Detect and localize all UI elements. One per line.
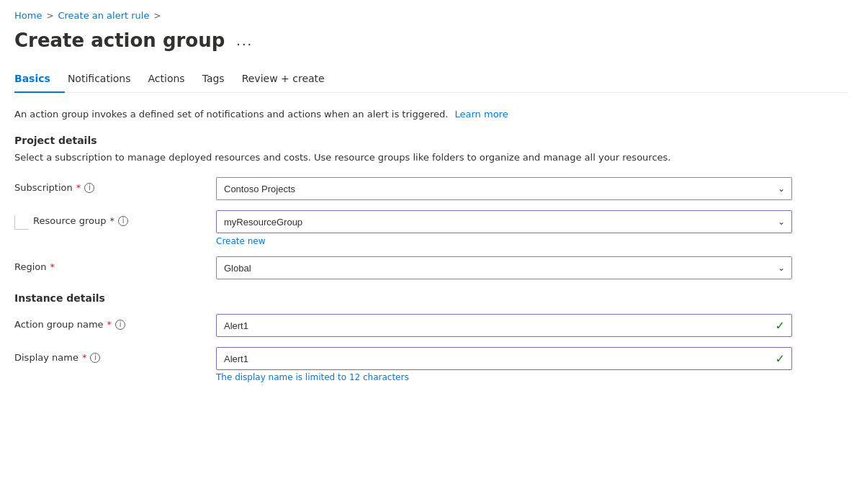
tab-basics[interactable]: Basics <box>14 66 65 93</box>
display-name-input[interactable] <box>216 347 792 370</box>
agn-check-icon: ✓ <box>776 319 785 333</box>
subscription-control: Contoso Projects ⌄ <box>216 177 792 200</box>
display-name-hint: The display name is limited to 12 charac… <box>216 372 792 382</box>
action-group-name-input-wrap: ✓ <box>216 314 792 337</box>
agn-info-icon[interactable]: i <box>115 320 125 330</box>
display-name-input-wrap: ✓ <box>216 347 792 370</box>
page-title-row: Create action group ... <box>14 27 848 66</box>
display-name-label: Display name * i <box>14 347 216 363</box>
resource-group-select[interactable]: myResourceGroup <box>216 210 792 233</box>
action-group-name-control: ✓ <box>216 314 792 337</box>
rg-info-icon[interactable]: i <box>118 216 128 226</box>
project-details-title: Project details <box>14 135 848 146</box>
breadcrumb-sep-1: > <box>46 11 53 21</box>
page-description: An action group invokes a defined set of… <box>14 107 848 122</box>
dn-check-icon: ✓ <box>776 352 785 366</box>
breadcrumb-home[interactable]: Home <box>14 10 42 21</box>
display-name-control: ✓ The display name is limited to 12 char… <box>216 347 792 382</box>
ellipsis-button[interactable]: ... <box>232 31 257 50</box>
project-details-section: Project details Select a subscription to… <box>14 135 848 280</box>
tab-actions[interactable]: Actions <box>145 66 199 93</box>
display-name-group: Display name * i ✓ The display name is l… <box>14 347 848 382</box>
rg-indent-line <box>14 215 29 230</box>
tab-tags[interactable]: Tags <box>199 66 239 93</box>
subscription-select-wrapper: Contoso Projects ⌄ <box>216 177 792 200</box>
breadcrumb: Home > Create an alert rule > <box>14 0 848 27</box>
region-required: * <box>50 261 55 272</box>
region-select-wrapper: Global ⌄ <box>216 256 792 279</box>
resource-group-control: myResourceGroup ⌄ Create new <box>216 210 792 246</box>
subscription-required: * <box>76 182 81 193</box>
action-group-name-input[interactable] <box>216 314 792 337</box>
agn-required: * <box>107 319 112 330</box>
subscription-group: Subscription * i Contoso Projects ⌄ <box>14 177 848 200</box>
subscription-info-icon[interactable]: i <box>84 183 94 193</box>
region-group: Region * Global ⌄ <box>14 256 848 279</box>
subscription-select[interactable]: Contoso Projects <box>216 177 792 200</box>
rg-required: * <box>110 215 115 226</box>
instance-details-title: Instance details <box>14 292 848 304</box>
project-details-desc: Select a subscription to manage deployed… <box>14 150 848 165</box>
page-title: Create action group <box>14 30 225 51</box>
tabs-nav: Basics Notifications Actions Tags Review… <box>14 66 848 93</box>
region-select[interactable]: Global <box>216 256 792 279</box>
resource-group-group: Resource group * i myResourceGroup ⌄ Cre… <box>14 210 848 246</box>
action-group-name-label: Action group name * i <box>14 314 216 330</box>
region-control: Global ⌄ <box>216 256 792 279</box>
region-label: Region * <box>14 256 216 272</box>
learn-more-link[interactable]: Learn more <box>455 109 508 120</box>
action-group-name-group: Action group name * i ✓ <box>14 314 848 337</box>
dn-info-icon[interactable]: i <box>90 353 100 363</box>
resource-group-label: Resource group * i <box>29 215 128 226</box>
instance-details-section: Instance details Action group name * i ✓… <box>14 292 848 382</box>
subscription-label: Subscription * i <box>14 177 216 193</box>
create-new-link[interactable]: Create new <box>216 236 266 246</box>
breadcrumb-alert-rule[interactable]: Create an alert rule <box>58 10 149 21</box>
breadcrumb-sep-2: > <box>153 11 161 21</box>
tab-review-create[interactable]: Review + create <box>239 66 339 93</box>
tab-notifications[interactable]: Notifications <box>65 66 145 93</box>
dn-required: * <box>82 352 87 363</box>
resource-group-label-wrap: Resource group * i <box>14 210 216 230</box>
resource-group-select-wrapper: myResourceGroup ⌄ <box>216 210 792 233</box>
